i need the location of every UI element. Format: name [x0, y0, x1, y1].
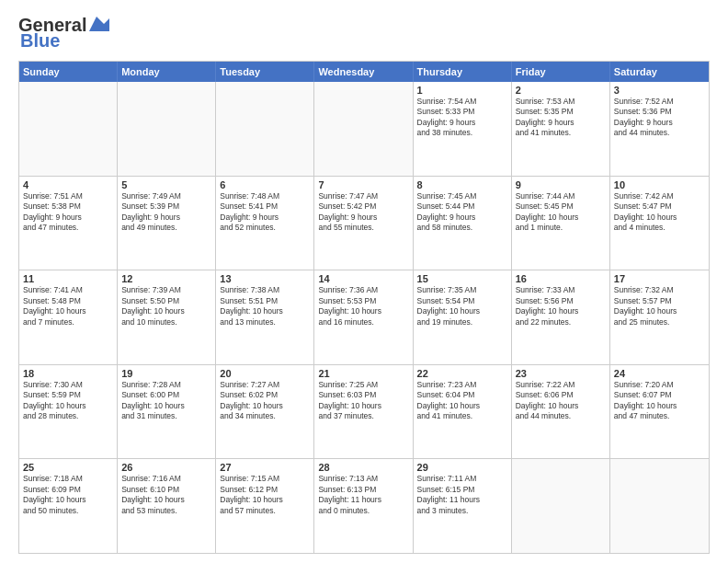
logo: General Blue: [18, 15, 109, 52]
cell-info: Sunrise: 7:33 AM Sunset: 5:56 PM Dayligh…: [516, 285, 606, 327]
day-number: 19: [121, 368, 211, 379]
day-number: 9: [516, 179, 606, 190]
day-number: 17: [614, 273, 705, 284]
cell-info: Sunrise: 7:39 AM Sunset: 5:50 PM Dayligh…: [121, 285, 211, 327]
cal-cell: 20Sunrise: 7:27 AM Sunset: 6:02 PM Dayli…: [216, 365, 314, 459]
cal-cell: 21Sunrise: 7:25 AM Sunset: 6:03 PM Dayli…: [314, 365, 413, 459]
cell-info: Sunrise: 7:35 AM Sunset: 5:54 PM Dayligh…: [417, 285, 507, 327]
cal-cell: 9Sunrise: 7:44 AM Sunset: 5:45 PM Daylig…: [512, 177, 610, 270]
svg-marker-0: [89, 17, 109, 31]
calendar-header: SundayMondayTuesdayWednesdayThursdayFrid…: [19, 62, 709, 82]
cell-info: Sunrise: 7:52 AM Sunset: 5:36 PM Dayligh…: [614, 97, 705, 139]
cell-info: Sunrise: 7:30 AM Sunset: 5:59 PM Dayligh…: [23, 380, 113, 422]
cal-cell: 7Sunrise: 7:47 AM Sunset: 5:42 PM Daylig…: [314, 177, 413, 270]
day-number: 10: [614, 179, 705, 190]
week-row-1: 1Sunrise: 7:54 AM Sunset: 5:33 PM Daylig…: [19, 82, 709, 176]
cell-info: Sunrise: 7:45 AM Sunset: 5:44 PM Dayligh…: [417, 191, 507, 234]
day-number: 29: [417, 462, 507, 473]
day-number: 25: [23, 462, 113, 473]
cal-cell: [314, 82, 413, 176]
week-row-4: 18Sunrise: 7:30 AM Sunset: 5:59 PM Dayli…: [19, 364, 709, 459]
cal-cell: 22Sunrise: 7:23 AM Sunset: 6:04 PM Dayli…: [414, 365, 512, 459]
cell-info: Sunrise: 7:20 AM Sunset: 6:07 PM Dayligh…: [614, 380, 705, 422]
cal-cell: 3Sunrise: 7:52 AM Sunset: 5:36 PM Daylig…: [610, 82, 709, 176]
cal-cell: 12Sunrise: 7:39 AM Sunset: 5:50 PM Dayli…: [118, 270, 216, 364]
day-number: 6: [220, 179, 310, 190]
day-of-week-monday: Monday: [118, 62, 216, 82]
cell-info: Sunrise: 7:25 AM Sunset: 6:03 PM Dayligh…: [318, 380, 408, 422]
cal-cell: 2Sunrise: 7:53 AM Sunset: 5:35 PM Daylig…: [512, 82, 610, 176]
cell-info: Sunrise: 7:18 AM Sunset: 6:09 PM Dayligh…: [23, 474, 113, 516]
cal-cell: 5Sunrise: 7:49 AM Sunset: 5:39 PM Daylig…: [118, 177, 216, 270]
week-row-2: 4Sunrise: 7:51 AM Sunset: 5:38 PM Daylig…: [19, 176, 709, 270]
day-number: 20: [220, 368, 310, 379]
cal-cell: 10Sunrise: 7:42 AM Sunset: 5:47 PM Dayli…: [610, 177, 709, 270]
cal-cell: [610, 459, 709, 553]
cell-info: Sunrise: 7:51 AM Sunset: 5:38 PM Dayligh…: [23, 191, 113, 234]
cell-info: Sunrise: 7:32 AM Sunset: 5:57 PM Dayligh…: [614, 285, 705, 327]
cal-cell: [118, 82, 216, 176]
day-number: 24: [614, 368, 705, 379]
day-number: 23: [516, 368, 606, 379]
day-number: 1: [417, 85, 507, 96]
cal-cell: 19Sunrise: 7:28 AM Sunset: 6:00 PM Dayli…: [118, 365, 216, 459]
cal-cell: 29Sunrise: 7:11 AM Sunset: 6:15 PM Dayli…: [414, 459, 512, 553]
calendar-body: 1Sunrise: 7:54 AM Sunset: 5:33 PM Daylig…: [19, 82, 709, 553]
cal-cell: [216, 82, 314, 176]
day-of-week-friday: Friday: [512, 62, 610, 82]
logo-blue: Blue: [18, 30, 60, 52]
cal-cell: 25Sunrise: 7:18 AM Sunset: 6:09 PM Dayli…: [19, 459, 118, 553]
week-row-3: 11Sunrise: 7:41 AM Sunset: 5:48 PM Dayli…: [19, 270, 709, 364]
day-number: 11: [23, 273, 113, 284]
calendar: SundayMondayTuesdayWednesdayThursdayFrid…: [18, 61, 710, 554]
cal-cell: 4Sunrise: 7:51 AM Sunset: 5:38 PM Daylig…: [19, 177, 118, 270]
day-number: 3: [614, 85, 705, 96]
cal-cell: 27Sunrise: 7:15 AM Sunset: 6:12 PM Dayli…: [216, 459, 314, 553]
cell-info: Sunrise: 7:48 AM Sunset: 5:41 PM Dayligh…: [220, 191, 310, 234]
cell-info: Sunrise: 7:28 AM Sunset: 6:00 PM Dayligh…: [121, 380, 211, 422]
cell-info: Sunrise: 7:42 AM Sunset: 5:47 PM Dayligh…: [614, 191, 705, 234]
day-number: 22: [417, 368, 507, 379]
cell-info: Sunrise: 7:13 AM Sunset: 6:13 PM Dayligh…: [318, 474, 408, 516]
day-of-week-tuesday: Tuesday: [216, 62, 314, 82]
day-number: 14: [318, 273, 408, 284]
cell-info: Sunrise: 7:38 AM Sunset: 5:51 PM Dayligh…: [220, 285, 310, 327]
cal-cell: [19, 82, 118, 176]
cal-cell: 28Sunrise: 7:13 AM Sunset: 6:13 PM Dayli…: [314, 459, 413, 553]
day-number: 21: [318, 368, 408, 379]
cal-cell: 18Sunrise: 7:30 AM Sunset: 5:59 PM Dayli…: [19, 365, 118, 459]
day-number: 16: [516, 273, 606, 284]
day-number: 2: [516, 85, 606, 96]
week-row-5: 25Sunrise: 7:18 AM Sunset: 6:09 PM Dayli…: [19, 458, 709, 553]
cell-info: Sunrise: 7:27 AM Sunset: 6:02 PM Dayligh…: [220, 380, 310, 422]
day-number: 27: [220, 462, 310, 473]
cell-info: Sunrise: 7:49 AM Sunset: 5:39 PM Dayligh…: [121, 191, 211, 234]
cell-info: Sunrise: 7:47 AM Sunset: 5:42 PM Dayligh…: [318, 191, 408, 234]
cell-info: Sunrise: 7:41 AM Sunset: 5:48 PM Dayligh…: [23, 285, 113, 327]
logo-icon: [89, 15, 109, 35]
cell-info: Sunrise: 7:11 AM Sunset: 6:15 PM Dayligh…: [417, 474, 507, 516]
day-number: 18: [23, 368, 113, 379]
day-of-week-saturday: Saturday: [610, 62, 709, 82]
cell-info: Sunrise: 7:23 AM Sunset: 6:04 PM Dayligh…: [417, 380, 507, 422]
day-number: 4: [23, 179, 113, 190]
day-number: 5: [121, 179, 211, 190]
cal-cell: 6Sunrise: 7:48 AM Sunset: 5:41 PM Daylig…: [216, 177, 314, 270]
cell-info: Sunrise: 7:36 AM Sunset: 5:53 PM Dayligh…: [318, 285, 408, 327]
day-number: 7: [318, 179, 408, 190]
page: General Blue SundayMondayTuesdayWednesda…: [0, 0, 728, 563]
cal-cell: 26Sunrise: 7:16 AM Sunset: 6:10 PM Dayli…: [118, 459, 216, 553]
cal-cell: 24Sunrise: 7:20 AM Sunset: 6:07 PM Dayli…: [610, 365, 709, 459]
cell-info: Sunrise: 7:22 AM Sunset: 6:06 PM Dayligh…: [516, 380, 606, 422]
day-of-week-thursday: Thursday: [414, 62, 512, 82]
cal-cell: 14Sunrise: 7:36 AM Sunset: 5:53 PM Dayli…: [314, 270, 413, 364]
day-of-week-sunday: Sunday: [19, 62, 118, 82]
cal-cell: [512, 459, 610, 553]
cell-info: Sunrise: 7:16 AM Sunset: 6:10 PM Dayligh…: [121, 474, 211, 516]
header: General Blue: [18, 15, 710, 52]
cell-info: Sunrise: 7:53 AM Sunset: 5:35 PM Dayligh…: [516, 97, 606, 139]
day-number: 12: [121, 273, 211, 284]
cell-info: Sunrise: 7:15 AM Sunset: 6:12 PM Dayligh…: [220, 474, 310, 516]
cal-cell: 1Sunrise: 7:54 AM Sunset: 5:33 PM Daylig…: [414, 82, 512, 176]
cell-info: Sunrise: 7:44 AM Sunset: 5:45 PM Dayligh…: [516, 191, 606, 234]
